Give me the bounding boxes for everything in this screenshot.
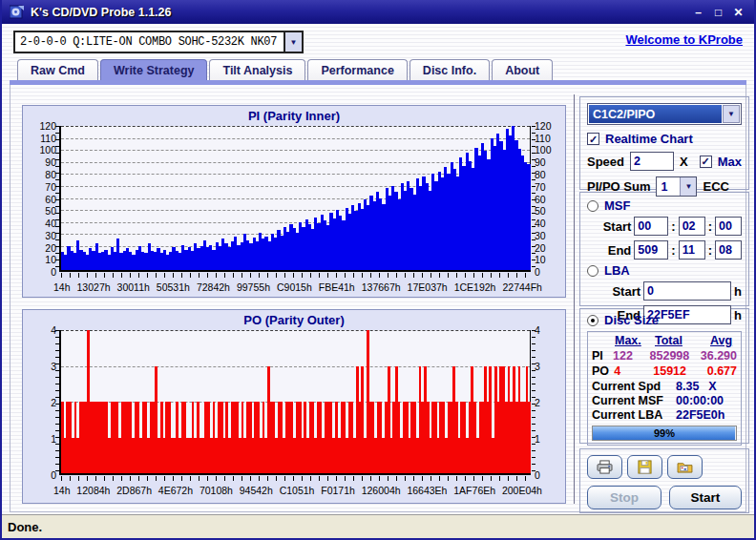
lba-radio[interactable] [587,265,598,277]
check-icon: ✓ [589,135,598,144]
x-tick-label: 94542h [240,485,273,496]
x-tick-label: 14h [53,281,71,293]
x-tick-label: 12084h [76,485,110,496]
msf-end-min-input[interactable] [634,240,668,260]
speed-label: Speed [587,155,624,169]
x-tick-label: 30011h [117,281,150,293]
x-tick-label: 126004h [362,485,401,496]
x-tick-label: 13027h [77,281,111,293]
save-button[interactable] [627,455,662,479]
x-tick-label: 2D867h [116,485,152,496]
disc-size-radio[interactable] [587,315,598,326]
po-total-value: 15912 [653,364,706,378]
x-tick-label: 16643Eh [407,485,447,496]
x-tick-label: 70108h [200,485,233,496]
po-stats-row: PO 4 15912 0.677 [592,364,737,378]
msf-start-label: Start [603,219,632,234]
disc-size-label: Disc Size [604,313,659,327]
y-tick-label: 30 [535,231,546,241]
status-text: Done. [8,520,42,534]
msf-start-sec-input[interactable] [679,217,705,236]
mode-select-dropdown-button[interactable]: ▼ [723,105,740,123]
current-msf-label: Current MSF [592,394,676,408]
y-tick-label: 40 [535,218,546,229]
stop-button[interactable]: Stop [587,486,662,509]
chevron-down-icon: ▼ [685,182,693,191]
msf-end-label: End [608,243,632,258]
printer-icon [596,460,614,474]
po-y-axis-right: 43210 [531,330,561,475]
msf-end-sec-input[interactable] [679,240,705,260]
drive-select[interactable]: 2-0-0-0 Q:LITE-ON COMBO SOHC-5232K NK07 … [13,31,304,53]
msf-radio[interactable] [587,200,598,212]
tab-write-strategy[interactable]: Write Strategy [100,59,208,80]
control-column: C1C2/PIPO ▼ ✓ Realtime Chart Speed [579,96,749,515]
current-msf-value: 00:00:00 [676,394,724,408]
mode-select[interactable]: C1C2/PIPO ▼ [587,103,742,125]
print-button[interactable] [587,455,622,479]
drive-select-dropdown-button[interactable]: ▼ [284,32,302,52]
tab-raw-cmd[interactable]: Raw Cmd [17,59,98,80]
msf-separator: : [708,219,712,234]
pi-x-axis-labels: 14h13027h30011h50531h72842h99755hC9015hF… [53,281,542,293]
pipo-sum-select[interactable]: 1 ▼ [656,177,697,197]
msf-separator: : [708,243,712,258]
y-tick-label: 4 [535,325,540,336]
lba-start-unit: h [734,284,742,299]
pipo-sum-label: PI/PO Sum [587,179,650,194]
status-bar: Done. [2,514,754,538]
title-bar: K's CD/DVD Probe 1.1.26 – □ ✕ [2,0,754,24]
lba-label: LBA [604,263,630,278]
lba-start-input[interactable] [643,281,731,301]
test-options-group: C1C2/PIPO ▼ ✓ Realtime Chart Speed [579,96,749,190]
x-tick-label: 72842h [197,281,230,293]
progress-bar: 99% [592,426,737,441]
ecc-label: ECC [703,179,728,194]
x-tick-label: 1CE192h [454,281,496,293]
app-window: K's CD/DVD Probe 1.1.26 – □ ✕ 2-0-0-0 Q:… [0,0,756,540]
snapshot-button[interactable] [667,455,703,479]
mode-select-value: C1C2/PIPO [589,105,722,123]
start-button[interactable]: Start [669,486,742,509]
tab-performance[interactable]: Performance [307,59,407,80]
msf-separator: : [671,219,675,234]
tab-disc-info[interactable]: Disc Info. [410,59,490,80]
max-speed-checkbox[interactable]: ✓ [700,156,712,168]
msf-start-frame-input[interactable] [715,217,742,236]
welcome-link[interactable]: Welcome to KProbe [625,32,743,47]
current-spd-value: 8.35 [676,380,699,394]
y-tick-label: 50 [535,206,546,217]
current-lba-value: 22F5E0h [676,408,724,423]
window-title: K's CD/DVD Probe 1.1.26 [31,6,690,19]
pi-y-axis-left: 1201101009080706050403020100 [27,126,59,272]
pi-y-ticks-left [55,126,59,270]
msf-start-min-input[interactable] [634,217,668,236]
tab-about[interactable]: About [492,59,553,80]
y-tick-label: 60 [535,195,546,205]
y-tick-label: 110 [40,134,56,144]
chevron-down-icon: ▼ [727,110,735,118]
x-tick-label: 17E037h [408,281,448,293]
lba-end-unit: h [734,308,742,322]
maximize-icon[interactable]: □ [710,6,726,19]
speed-input[interactable] [630,152,674,171]
pi-row-label: PI [592,349,613,363]
msf-end-frame-input[interactable] [715,240,742,260]
po-max-value: 4 [614,364,653,378]
main-form: 2-0-0-0 Q:LITE-ON COMBO SOHC-5232K NK07 … [2,24,754,538]
pipo-sum-dropdown-button[interactable]: ▼ [680,177,696,196]
check-icon: ✓ [702,156,710,166]
current-lba-row: Current LBA 22F5E0h [592,408,737,423]
y-tick-label: 3 [535,362,540,372]
po-y-axis-left: 43210 [27,330,59,475]
minimize-icon[interactable]: – [690,6,706,19]
y-tick-label: 80 [535,170,546,180]
pi-plot [59,126,531,272]
x-tick-label: C9015h [277,281,312,293]
realtime-chart-checkbox[interactable]: ✓ [587,133,599,145]
po-x-axis-labels: 14h12084h2D867h4E672h70108h94542hC1051hF… [53,485,542,496]
close-icon[interactable]: ✕ [730,6,746,19]
pi-chart-title: PI (Parity Inner) [23,109,565,126]
tab-bar: Raw Cmd Write Strategy Tilt Analysis Per… [17,59,553,80]
tab-tilt-analysis[interactable]: Tilt Analysis [209,59,305,80]
